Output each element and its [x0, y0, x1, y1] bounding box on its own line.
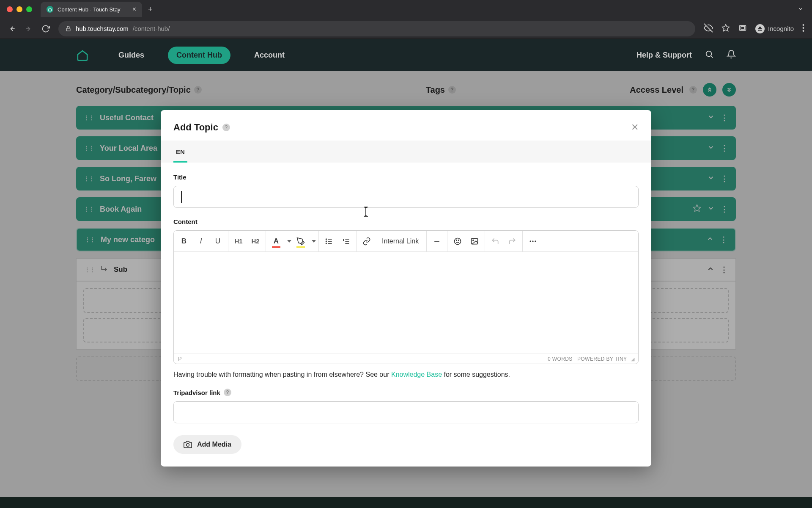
svg-point-10: [706, 51, 712, 57]
incognito-hat-icon: [755, 24, 765, 33]
lang-tab-en[interactable]: EN: [173, 141, 187, 163]
svg-rect-2: [66, 28, 70, 31]
h2-button[interactable]: H2: [247, 232, 264, 250]
svg-point-30: [535, 240, 536, 242]
numbered-list-button[interactable]: [337, 232, 354, 250]
underline-button[interactable]: U: [209, 232, 226, 250]
chrome-menu-icon[interactable]: [802, 24, 804, 34]
svg-point-16: [326, 239, 327, 240]
tab-title: Content Hub - Touch Stay: [58, 6, 128, 13]
svg-point-23: [455, 238, 461, 244]
help-icon[interactable]: ?: [224, 389, 231, 396]
highlight-button[interactable]: [292, 232, 309, 250]
more-button[interactable]: [524, 232, 541, 250]
svg-point-7: [803, 24, 804, 26]
tripadvisor-label: Tripadvisor link: [173, 389, 220, 396]
h1-button[interactable]: H1: [230, 232, 247, 250]
svg-marker-4: [722, 24, 730, 31]
help-icon[interactable]: ?: [222, 124, 230, 131]
browser-tab[interactable]: Content Hub - Touch Stay ×: [41, 2, 142, 17]
tab-overflow-icon[interactable]: [798, 6, 807, 13]
undo-button[interactable]: [487, 232, 504, 250]
image-button[interactable]: [466, 232, 483, 250]
text-color-button[interactable]: A: [268, 232, 285, 250]
window-close-dot[interactable]: [7, 6, 13, 12]
link-button[interactable]: [358, 232, 375, 250]
bookmark-star-icon[interactable]: [721, 24, 730, 34]
incognito-badge[interactable]: Incognito: [755, 24, 794, 33]
app-logo[interactable]: [76, 49, 89, 61]
help-support-link[interactable]: Help & Support: [636, 51, 692, 60]
window-maximize-dot[interactable]: [26, 6, 32, 12]
knowledge-base-link[interactable]: Knowledge Base: [391, 371, 442, 378]
window-traffic-lights[interactable]: [7, 6, 32, 12]
bottom-strip: [0, 497, 812, 508]
formatting-help-text: Having trouble with formatting when past…: [173, 371, 639, 378]
editor-textarea[interactable]: [174, 252, 638, 353]
svg-point-25: [458, 240, 459, 240]
svg-point-28: [530, 240, 531, 242]
tripadvisor-input[interactable]: [173, 401, 639, 423]
extensions-icon[interactable]: [738, 24, 747, 34]
bold-button[interactable]: B: [176, 232, 192, 250]
svg-point-8: [803, 27, 804, 29]
editor-toolbar: B I U H1 H2 A: [174, 231, 638, 252]
bullet-list-button[interactable]: [321, 232, 337, 250]
text-color-dropdown[interactable]: [285, 232, 292, 250]
horizontal-rule-button[interactable]: [428, 232, 445, 250]
tab-close-icon[interactable]: ×: [132, 6, 136, 13]
content-field-label: Content: [173, 218, 639, 225]
redo-button[interactable]: [504, 232, 521, 250]
powered-by: POWERED BY TINY: [577, 356, 627, 362]
nav-account[interactable]: Account: [246, 47, 293, 64]
close-icon[interactable]: ✕: [631, 122, 639, 133]
text-caret: [181, 191, 182, 203]
url-host: hub.touchstay.com: [76, 25, 129, 32]
svg-point-17: [326, 241, 327, 242]
svg-point-31: [187, 444, 189, 447]
camera-icon: [184, 440, 192, 449]
highlight-dropdown[interactable]: [309, 232, 317, 250]
nav-back-button[interactable]: [8, 25, 16, 33]
nav-guides[interactable]: Guides: [110, 47, 153, 64]
svg-rect-6: [741, 26, 744, 29]
title-field-label: Title: [173, 174, 639, 181]
incognito-label: Incognito: [768, 25, 794, 32]
modal-title: Add Topic: [173, 122, 218, 133]
svg-point-18: [326, 243, 327, 244]
svg-point-24: [456, 240, 457, 240]
add-topic-modal: Add Topic ? ✕ EN Title Content B I U H1 …: [161, 110, 651, 467]
notifications-icon[interactable]: [727, 50, 736, 61]
word-count: 0 WORDS: [548, 356, 573, 362]
address-bar[interactable]: hub.touchstay.com/content-hub/: [58, 21, 695, 36]
tab-favicon: [47, 6, 53, 13]
svg-line-11: [711, 56, 713, 58]
svg-point-9: [803, 30, 804, 32]
italic-button[interactable]: I: [192, 232, 209, 250]
nav-reload-button[interactable]: [41, 25, 50, 33]
search-icon[interactable]: [705, 50, 714, 61]
new-tab-button[interactable]: +: [148, 5, 153, 14]
incognito-eye-icon[interactable]: [704, 23, 713, 34]
nav-content-hub[interactable]: Content Hub: [168, 47, 230, 64]
svg-point-29: [532, 240, 534, 242]
editor-path: P: [178, 356, 182, 362]
title-input[interactable]: [173, 186, 639, 208]
rich-text-editor: B I U H1 H2 A: [173, 230, 639, 364]
nav-forward-button[interactable]: [25, 25, 33, 33]
lock-icon: [65, 25, 71, 32]
window-minimize-dot[interactable]: [16, 6, 22, 12]
add-media-label: Add Media: [197, 441, 231, 448]
internal-link-button[interactable]: Internal Link: [376, 232, 425, 250]
svg-point-27: [473, 240, 474, 241]
emoji-button[interactable]: [449, 232, 466, 250]
url-path: /content-hub/: [133, 25, 170, 32]
add-media-button[interactable]: Add Media: [173, 435, 241, 454]
resize-handle-icon[interactable]: ◢: [631, 356, 634, 362]
